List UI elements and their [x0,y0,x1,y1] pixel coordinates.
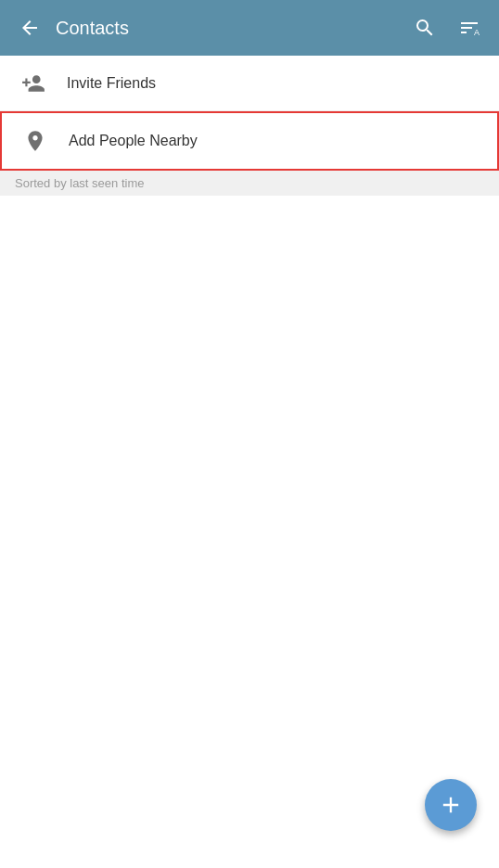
sort-icon: A [458,17,480,39]
fab-add-button[interactable] [425,779,477,831]
invite-friends-icon-wrapper [15,65,52,102]
sort-filter-button[interactable]: A [451,9,488,46]
location-pin-icon-wrapper [17,122,54,160]
add-people-nearby-highlight: Add People Nearby [0,111,499,171]
add-people-nearby-item[interactable]: Add People Nearby [2,113,497,169]
header-actions: A [406,9,488,46]
add-icon [438,792,464,818]
search-icon [414,17,436,39]
invite-friends-label: Invite Friends [67,75,484,92]
add-people-nearby-label: Add People Nearby [69,133,482,149]
invite-friends-icon [21,71,45,96]
search-button[interactable] [406,9,443,46]
back-arrow-icon [19,17,41,39]
app-header: Contacts A [0,0,499,56]
invite-friends-item[interactable]: Invite Friends [0,56,499,111]
contacts-list-area [0,196,499,865]
sorted-by-label: Sorted by last seen time [0,171,499,196]
svg-text:A: A [474,28,480,37]
back-button[interactable] [11,9,48,46]
page-title: Contacts [56,18,406,39]
location-pin-icon [23,129,47,153]
